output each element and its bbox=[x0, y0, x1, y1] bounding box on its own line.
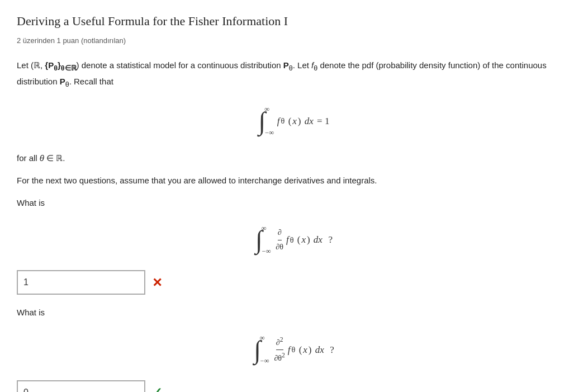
answer-input-2[interactable] bbox=[17, 380, 145, 392]
math-equation-2: ∫ ∞ −∞ ∂ ∂θ fθ (x) dx ? bbox=[17, 223, 571, 257]
math-equation-3: ∫ ∞ −∞ ∂2 ∂θ2 fθ (x) dx ? bbox=[17, 333, 571, 366]
answer-row-2: ✓ bbox=[17, 380, 571, 392]
incorrect-icon-1: ✕ bbox=[152, 273, 162, 292]
answer-input-1[interactable] bbox=[17, 270, 145, 295]
question2-intro: What is bbox=[17, 306, 571, 319]
question1-intro: What is bbox=[17, 196, 571, 210]
next-questions-text: For the next two questions, assume that … bbox=[17, 174, 571, 187]
math-equation-1: ∫ ∞ −∞ fθ (x) dx = 1 bbox=[17, 104, 571, 138]
subtitle: 2 üzerinden 1 puan (notlandırılan) bbox=[17, 35, 571, 47]
page-title: Deriving a Useful Formula for the Fisher… bbox=[17, 11, 571, 31]
for-all-text: for all θ ∈ ℝ. bbox=[17, 152, 571, 165]
description-text: Let (ℝ, {Pθ}θ∈ℝ) denote a statistical mo… bbox=[17, 58, 571, 91]
answer-row-1: ✕ bbox=[17, 270, 571, 295]
correct-icon-2: ✓ bbox=[152, 382, 162, 392]
